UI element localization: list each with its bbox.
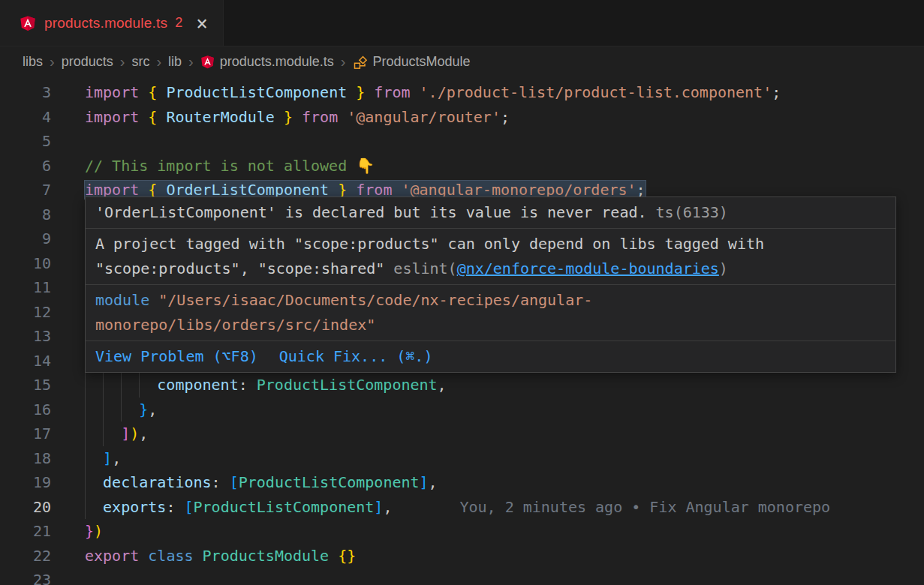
- code-token: component: [157, 376, 238, 394]
- code-token: [411, 83, 420, 101]
- code-token: import: [85, 108, 139, 126]
- code-token: [157, 83, 166, 101]
- code-token: ,: [139, 424, 148, 442]
- indent-guide: [85, 470, 103, 495]
- code-content: ],: [68, 446, 121, 471]
- code-line[interactable]: 18],: [0, 446, 924, 471]
- code-content: import { ProductListComponent } from './…: [68, 80, 781, 105]
- code-content: [68, 324, 85, 349]
- code-token: [: [230, 473, 239, 491]
- hover-widget: 'OrderListComponent' is declared but its…: [85, 196, 896, 373]
- code-token: ,: [148, 400, 157, 418]
- code-content: [68, 226, 85, 251]
- class-symbol-icon: [353, 55, 368, 70]
- code-line[interactable]: 17]),: [0, 422, 924, 446]
- breadcrumb-item-src[interactable]: src: [131, 54, 149, 70]
- view-problem-button[interactable]: View Problem (⌥F8): [95, 344, 258, 369]
- ts-diagnostic-source: ts(6133): [656, 203, 728, 221]
- code-content: [68, 129, 85, 154]
- code-token: [175, 498, 184, 516]
- breadcrumb-item-products[interactable]: products: [62, 54, 113, 70]
- code-content: }): [68, 519, 103, 544]
- line-number: 16: [0, 398, 68, 422]
- angular-icon: [20, 15, 36, 32]
- code-content: [68, 275, 85, 300]
- eslint-message-line2: "scope:products", "scope:shared": [95, 260, 384, 278]
- code-token: {: [148, 83, 157, 101]
- breadcrumb-item-file[interactable]: products.module.ts: [220, 54, 334, 70]
- code-token: ): [94, 522, 103, 540]
- code-line[interactable]: 16},: [0, 398, 924, 422]
- code-token: ProductListComponent: [166, 83, 347, 101]
- hover-status-bar: View Problem (⌥F8) Quick Fix... (⌘.): [86, 341, 895, 372]
- indent-guide: [103, 422, 121, 446]
- code-token: // This import is not allowed 👇: [85, 157, 375, 175]
- code-token: './product-list/product-list.component': [420, 83, 772, 101]
- code-token: :: [166, 498, 175, 516]
- line-number: 5: [0, 129, 68, 154]
- code-token: [139, 108, 148, 126]
- code-token: [293, 108, 302, 126]
- eslint-rule-link[interactable]: @nx/enforce-module-boundaries: [457, 260, 719, 278]
- code-line[interactable]: 3import { ProductListComponent } from '.…: [0, 80, 924, 105]
- hover-ts-diagnostic: 'OrderListComponent' is declared but its…: [86, 197, 895, 229]
- code-line[interactable]: 22export class ProductsModule {}: [0, 544, 924, 568]
- code-token: [194, 547, 203, 565]
- code-content: [68, 568, 85, 585]
- vscode-window: products.module.ts 2 × libs › products ›…: [0, 0, 924, 585]
- code-token: exports: [103, 498, 166, 516]
- code-content: component: ProductListComponent,: [68, 373, 447, 398]
- code-line[interactable]: 15component: ProductListComponent,: [0, 373, 924, 398]
- code-token: [157, 108, 166, 126]
- module-path-line2: monorepo/libs/orders/src/index": [95, 313, 886, 338]
- code-token: ;: [772, 83, 781, 101]
- code-line[interactable]: 19declarations: [ProductListComponent],: [0, 470, 924, 495]
- line-number: 8: [0, 202, 68, 227]
- module-path-line1: "/Users/isaac/Documents/code/nx-recipes/…: [158, 291, 592, 309]
- tab-products-module[interactable]: products.module.ts 2 ×: [0, 0, 224, 46]
- code-token: class: [148, 547, 193, 565]
- code-line[interactable]: 23: [0, 568, 924, 585]
- code-token: '@angular/router': [347, 108, 501, 126]
- indent-guide: [85, 495, 103, 520]
- ts-diagnostic-message: 'OrderListComponent' is declared but its…: [95, 203, 647, 221]
- tab-label: products.module.ts: [44, 15, 167, 32]
- code-token: ): [130, 424, 139, 442]
- close-icon[interactable]: ×: [196, 14, 208, 33]
- breadcrumb-item-libs[interactable]: libs: [23, 54, 43, 70]
- code-line[interactable]: 20exports: [ProductListComponent],You, 2…: [0, 495, 924, 520]
- line-number: 18: [0, 446, 68, 471]
- line-number: 14: [0, 349, 68, 374]
- breadcrumb: libs › products › src › lib › products.m…: [0, 46, 924, 77]
- git-blame-annotation: You, 2 minutes ago • Fix Angular monorep…: [459, 498, 830, 516]
- code-token: [329, 547, 338, 565]
- code-content: [68, 300, 85, 325]
- indent-guide: [103, 373, 121, 398]
- code-token: RouterModule: [166, 108, 275, 126]
- breadcrumb-item-lib[interactable]: lib: [168, 54, 182, 70]
- code-line[interactable]: 4import { RouterModule } from '@angular/…: [0, 105, 924, 130]
- breadcrumb-item-symbol[interactable]: ProductsModule: [373, 54, 471, 70]
- eslint-message-line1: A project tagged with "scope:products" c…: [95, 232, 886, 256]
- code-token: }: [85, 522, 94, 540]
- chevron-right-icon: ›: [50, 54, 55, 70]
- hover-eslint-diagnostic: A project tagged with "scope:products" c…: [86, 229, 895, 285]
- problem-count-badge: 2: [175, 15, 182, 31]
- code-content: exports: [ProductListComponent],You, 2 m…: [68, 495, 830, 520]
- code-line[interactable]: 5: [0, 129, 924, 154]
- quick-fix-button[interactable]: Quick Fix... (⌘.): [279, 344, 433, 369]
- chevron-right-icon: ›: [120, 54, 125, 70]
- code-content: ]),: [68, 422, 148, 446]
- line-number: 12: [0, 300, 68, 325]
- line-number: 20: [0, 495, 68, 520]
- code-token: }: [356, 83, 365, 101]
- indent-guide: [85, 373, 103, 398]
- code-content: // This import is not allowed 👇: [68, 154, 375, 178]
- code-token: ProductListComponent: [239, 473, 420, 491]
- code-line[interactable]: 21}): [0, 519, 924, 544]
- code-token: {}: [338, 547, 356, 565]
- code-line[interactable]: 6// This import is not allowed 👇: [0, 154, 924, 178]
- code-token: export: [85, 547, 139, 565]
- line-number: 13: [0, 324, 68, 349]
- indent-guide: [121, 373, 139, 398]
